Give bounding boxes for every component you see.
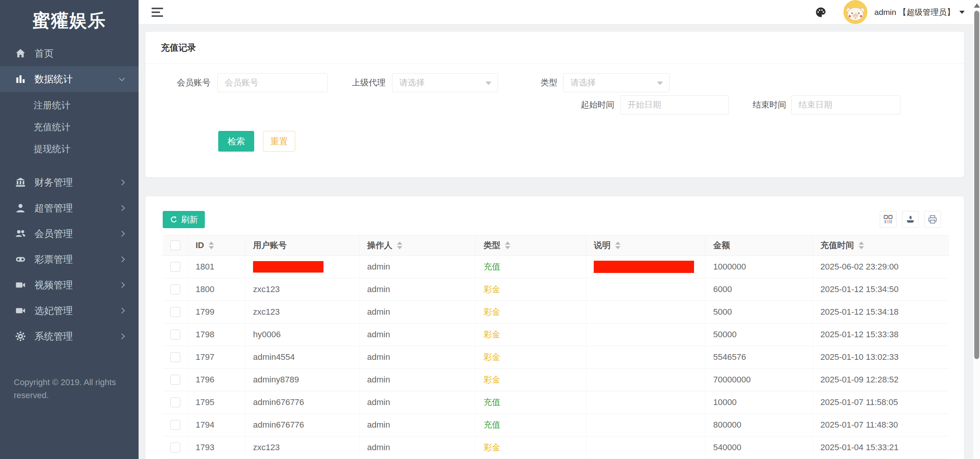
parent-agent-value: 请选择: [399, 78, 425, 87]
sidebar-item-label: 超管管理: [34, 202, 73, 214]
cell-amount: 10000: [706, 391, 813, 414]
print-icon[interactable]: [924, 211, 941, 228]
row-checkbox-cell: [163, 369, 188, 391]
user-avatar[interactable]: [843, 0, 867, 24]
cell-type: 充值: [476, 391, 586, 414]
user-icon: [15, 203, 27, 214]
sidebar-item-label: 数据统计: [34, 73, 73, 85]
cell-desc: [586, 278, 706, 301]
sidebar-subitem-recharge-stats[interactable]: 充值统计: [0, 116, 139, 138]
row-checkbox-cell: [163, 436, 188, 459]
sidebar-item-label: 会员管理: [34, 227, 73, 240]
row-checkbox-cell: [163, 301, 188, 323]
sort-icon[interactable]: [397, 242, 402, 249]
table-row: 1797admin4554admin彩金55465762025-01-10 13…: [163, 346, 949, 369]
cell-amount: 5000: [706, 301, 813, 323]
cell-id: 1801: [188, 256, 245, 278]
sidebar-item-xuanfei[interactable]: 选妃管理: [0, 298, 139, 323]
mask-icon: [15, 254, 27, 265]
chevron-down-icon: [657, 82, 663, 85]
sidebar-subitem-register-stats[interactable]: 注册统计: [0, 94, 139, 116]
parent-agent-select[interactable]: 请选择: [392, 73, 498, 92]
cell-account: admin4554: [245, 346, 359, 369]
cell-amount: 70000000: [706, 369, 813, 391]
start-date-input[interactable]: [620, 95, 729, 114]
sidebar-item-home[interactable]: 首页: [0, 41, 139, 66]
sidebar-subitem-withdraw-stats[interactable]: 提现统计: [0, 138, 139, 160]
cell-time: 2025-01-09 12:28:52: [813, 369, 949, 391]
main-area: admin 【超级管理员】 充值记录 会员账号 上级代理 请选择 类型 请选择: [139, 0, 980, 459]
cell-amount: 540000: [706, 436, 813, 459]
end-date-input[interactable]: [791, 95, 900, 114]
sidebar-item-label: 彩票管理: [34, 253, 73, 266]
users-icon: [15, 229, 27, 239]
cell-operator: admin: [359, 278, 476, 301]
cell-account: admin676776: [245, 391, 359, 414]
refresh-button[interactable]: 刷新: [163, 211, 205, 228]
row-checkbox[interactable]: [170, 284, 180, 294]
cell-desc: [586, 414, 706, 436]
table-row: 1793zxc123admin彩金5400002025-01-04 15:33:…: [163, 436, 949, 459]
redaction-block: [594, 261, 694, 273]
sidebar-menu: 首页数据统计注册统计充值统计提现统计财务管理超管管理会员管理彩票管理视频管理选妃…: [0, 41, 139, 349]
col-header-account: 用户账号: [245, 235, 359, 256]
caret-down-icon[interactable]: [959, 11, 965, 14]
row-checkbox[interactable]: [170, 330, 180, 340]
menu-toggle-icon[interactable]: [152, 5, 165, 19]
row-checkbox[interactable]: [170, 262, 180, 272]
sort-icon[interactable]: [859, 242, 864, 249]
sidebar-item-data-stats[interactable]: 数据统计: [0, 66, 139, 92]
user-menu[interactable]: admin 【超级管理员】: [874, 7, 955, 18]
col-header-operator: 操作人: [359, 235, 476, 256]
row-checkbox[interactable]: [170, 307, 180, 317]
header-checkbox-cell: [163, 235, 188, 256]
scrollbar[interactable]: [973, 0, 980, 459]
sidebar-item-lottery[interactable]: 彩票管理: [0, 247, 139, 272]
select-all-checkbox[interactable]: [170, 240, 180, 250]
row-checkbox[interactable]: [170, 375, 180, 385]
cell-amount: 800000: [706, 414, 813, 436]
sort-icon[interactable]: [615, 242, 621, 249]
row-checkbox[interactable]: [170, 352, 180, 362]
cell-id: 1800: [188, 278, 245, 301]
search-button[interactable]: 检索: [218, 131, 254, 152]
sort-icon[interactable]: [209, 242, 214, 249]
cell-id: 1793: [188, 436, 245, 459]
sidebar-item-members[interactable]: 会员管理: [0, 221, 139, 247]
sidebar-item-video[interactable]: 视频管理: [0, 272, 139, 298]
sidebar-item-label: 财务管理: [34, 176, 73, 189]
row-checkbox-cell: [163, 346, 188, 369]
redaction-block: [253, 261, 323, 273]
cell-operator: admin: [359, 436, 476, 459]
cell-id: 1797: [188, 346, 245, 369]
cell-type: 彩金: [476, 369, 586, 391]
type-select[interactable]: 请选择: [563, 73, 670, 92]
cell-time: 2025-01-04 15:33:21: [813, 436, 949, 459]
cell-account: adminy8789: [245, 369, 359, 391]
video-icon: [15, 280, 27, 291]
row-checkbox[interactable]: [170, 397, 180, 407]
member-account-input[interactable]: [217, 73, 328, 92]
sidebar: 蜜獾娱乐 首页数据统计注册统计充值统计提现统计财务管理超管管理会员管理彩票管理视…: [0, 0, 139, 459]
sidebar-item-system[interactable]: 系统管理: [0, 323, 139, 349]
cell-operator: admin: [359, 414, 476, 436]
scrollbar-up-arrow-icon[interactable]: [974, 3, 980, 8]
cell-time: 2025-01-12 15:34:50: [813, 278, 949, 301]
sort-icon[interactable]: [505, 242, 510, 249]
cell-type: 彩金: [476, 278, 586, 301]
cell-id: 1798: [188, 323, 245, 346]
columns-filter-icon[interactable]: [880, 211, 897, 228]
row-checkbox[interactable]: [170, 443, 180, 452]
sidebar-item-super-admin[interactable]: 超管管理: [0, 195, 139, 221]
theme-palette-icon[interactable]: [815, 7, 826, 18]
table-header-row: ID用户账号操作人类型说明金额充值时间: [163, 235, 949, 256]
content: 充值记录 会员账号 上级代理 请选择 类型 请选择 起始时间 结束时间 检索: [139, 25, 980, 459]
export-icon[interactable]: [902, 211, 919, 228]
scrollbar-thumb[interactable]: [974, 11, 979, 359]
reset-button[interactable]: 重置: [263, 131, 295, 152]
table-row: 1800zxc123admin彩金60002025-01-12 15:34:50: [163, 278, 949, 301]
sidebar-item-finance[interactable]: 财务管理: [0, 170, 139, 195]
sidebar-item-label: 系统管理: [34, 330, 73, 343]
chevron-down-icon: [119, 75, 125, 82]
row-checkbox[interactable]: [170, 420, 180, 430]
